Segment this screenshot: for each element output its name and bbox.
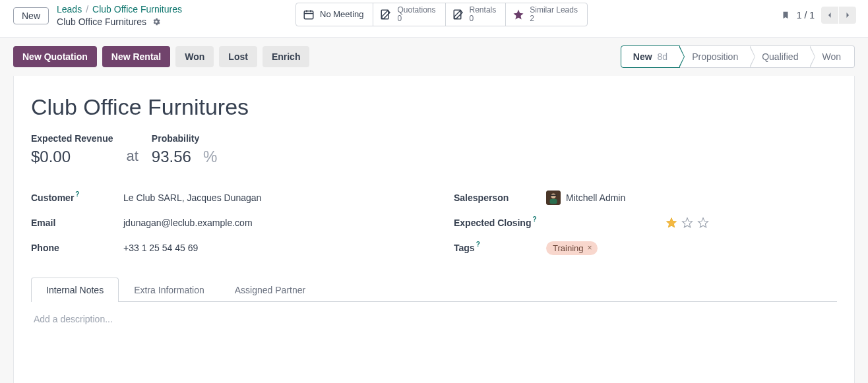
stat-buttons: No Meeting Quotations 0 Rentals 0 Simila…: [295, 3, 588, 26]
svg-rect-8: [550, 199, 557, 204]
stat-quotations[interactable]: Quotations 0: [373, 3, 445, 26]
stat-similar-leads[interactable]: Similar Leads 2: [506, 3, 587, 26]
gear-icon[interactable]: [152, 17, 161, 26]
chevron-left-icon: [826, 12, 833, 18]
probability-label: Probability: [152, 133, 217, 144]
star-1-icon[interactable]: [665, 216, 678, 229]
probability-value[interactable]: 93.56: [152, 148, 191, 166]
pager-block: 1 / 1: [781, 7, 856, 24]
stat-similar-label: Similar Leads: [530, 6, 578, 15]
help-icon[interactable]: ?: [532, 216, 536, 223]
stat-meeting-label: No Meeting: [320, 10, 363, 19]
stage-qualified-label: Qualified: [762, 51, 798, 62]
customer-value[interactable]: Le Club SARL, Jacques Dunagan: [123, 192, 414, 203]
star-icon: [512, 9, 524, 20]
tags-label: Tags: [454, 243, 475, 253]
stage-new-label: New: [633, 51, 652, 62]
new-quotation-button[interactable]: New Quotation: [13, 46, 97, 67]
notes-placeholder: Add a description...: [34, 314, 113, 324]
stage-proposition-label: Proposition: [692, 51, 738, 62]
expected-revenue-label: Expected Revenue: [31, 133, 113, 144]
pager-next-button[interactable]: [839, 7, 856, 24]
stat-quotations-value: 0: [397, 15, 435, 23]
tab-internal-notes[interactable]: Internal Notes: [31, 278, 119, 302]
stage-new[interactable]: New 8d: [621, 45, 680, 68]
tag-remove-icon[interactable]: ×: [587, 243, 592, 252]
page-subtitle: Club Office Furnitures: [57, 16, 146, 28]
tab-extra-information[interactable]: Extra Information: [119, 278, 220, 302]
details-grid: Customer? Le Club SARL, Jacques Dunagan …: [31, 186, 837, 261]
phone-value[interactable]: +33 1 25 54 45 69: [123, 243, 414, 253]
breadcrumb-separator: /: [86, 4, 88, 16]
at-connector: at: [127, 148, 139, 165]
breadcrumb-current[interactable]: Club Office Furnitures: [92, 4, 182, 16]
notes-area[interactable]: Add a description...: [31, 302, 837, 336]
calendar-icon: [303, 9, 315, 20]
tag-label: Training: [553, 243, 583, 253]
stage-qualified[interactable]: Qualified: [750, 45, 810, 68]
percent-sign: %: [203, 148, 217, 166]
star-3-icon[interactable]: [697, 216, 710, 229]
bookmark-icon[interactable]: [781, 10, 790, 20]
customer-label: Customer: [31, 192, 74, 203]
won-button[interactable]: Won: [175, 46, 214, 67]
pager-prev-button[interactable]: [821, 7, 838, 24]
help-icon[interactable]: ?: [75, 191, 79, 198]
stage-new-days: 8d: [658, 51, 668, 62]
svg-rect-9: [550, 194, 556, 196]
pager-text: 1 / 1: [797, 10, 815, 20]
stat-similar-value: 2: [530, 15, 578, 23]
edit-icon: [452, 9, 464, 20]
email-value[interactable]: jdunagan@leclub.example.com: [123, 218, 414, 228]
lead-title[interactable]: Club Office Furnitures: [31, 94, 837, 120]
avatar: [546, 191, 561, 205]
action-bar: New Quotation New Rental Won Lost Enrich…: [0, 38, 868, 76]
enrich-button[interactable]: Enrich: [263, 46, 310, 67]
topbar: New Leads / Club Office Furnitures Club …: [0, 0, 868, 32]
salesperson-label: Salesperson: [454, 192, 509, 203]
lost-button[interactable]: Lost: [219, 46, 257, 67]
stage-won-label: Won: [822, 51, 841, 62]
expected-revenue-value[interactable]: $0.00: [31, 148, 113, 166]
revenue-probability-row: Expected Revenue $0.00 at Probability 93…: [31, 133, 837, 166]
email-label: Email: [31, 218, 55, 228]
help-icon[interactable]: ?: [476, 241, 480, 248]
form-sheet: Club Office Furnitures Expected Revenue …: [13, 76, 855, 383]
tag-training[interactable]: Training ×: [546, 241, 598, 255]
chevron-right-icon: [844, 12, 851, 18]
star-2-icon[interactable]: [681, 216, 694, 229]
stat-rentals-value: 0: [470, 15, 497, 23]
expected-closing-label: Expected Closing: [454, 218, 531, 228]
priority-stars[interactable]: [665, 216, 837, 229]
svg-rect-0: [304, 11, 313, 19]
tabs: Internal Notes Extra Information Assigne…: [31, 277, 837, 302]
stage-proposition[interactable]: Proposition: [680, 45, 750, 68]
stat-rentals[interactable]: Rentals 0: [446, 3, 507, 26]
new-rental-button[interactable]: New Rental: [102, 46, 170, 67]
stat-meeting[interactable]: No Meeting: [296, 3, 373, 26]
stat-quotations-label: Quotations: [397, 6, 435, 15]
breadcrumb: Leads / Club Office Furnitures Club Offi…: [57, 4, 182, 28]
salesperson-value[interactable]: Mitchell Admin: [566, 192, 625, 203]
breadcrumb-root[interactable]: Leads: [57, 4, 82, 16]
phone-label: Phone: [31, 243, 59, 253]
new-button[interactable]: New: [13, 7, 49, 24]
stage-pipeline: New 8d Proposition Qualified Won: [621, 45, 855, 68]
stage-won[interactable]: Won: [810, 45, 855, 68]
edit-icon: [380, 9, 392, 20]
tab-assigned-partner[interactable]: Assigned Partner: [220, 278, 321, 302]
